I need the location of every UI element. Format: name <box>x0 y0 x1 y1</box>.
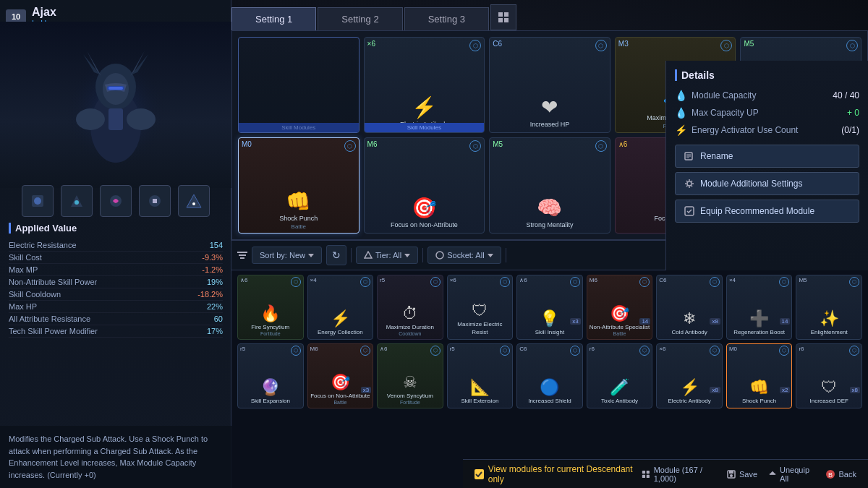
available-module-card[interactable]: r5⬡🔮Skill Expansion <box>237 343 304 408</box>
stat-value: 22% <box>207 302 223 311</box>
main-area: Skill Modules×6⬡Skill Modules⚡Electric A… <box>231 30 868 488</box>
available-module-card[interactable]: r5⬡📐Skill Extension <box>447 343 514 408</box>
module-label: Increased HP <box>529 121 571 129</box>
available-module-card[interactable]: M6⬡14🎯Non-Attribute SpecialistBattle <box>587 275 653 340</box>
svg-point-4 <box>76 108 105 130</box>
back-btn[interactable]: B Back <box>825 469 856 479</box>
available-module-card[interactable]: r6⬡🧪Toxic Antibody <box>587 343 653 408</box>
tier-filter[interactable]: Tier: All <box>356 247 418 264</box>
equipped-module-slot[interactable]: M0⬡👊Shock PunchBattle <box>238 137 359 234</box>
svg-marker-39 <box>770 471 775 474</box>
svg-rect-22 <box>239 254 246 256</box>
skill-icon-3[interactable] <box>100 185 132 217</box>
avail-module-label: Maximize Duration <box>386 324 434 331</box>
avail-module-label: Skill Extension <box>461 398 498 405</box>
avail-module-icon: ⚡ <box>680 378 699 397</box>
module-capacity-row: 💧 Module Capacity 40 / 40 <box>675 90 859 101</box>
avail-module-icon: ➕ <box>749 309 769 328</box>
avail-module-icon: 🎯 <box>331 373 350 392</box>
equipped-module-slot[interactable]: Skill Modules <box>238 37 359 133</box>
descendant-filter-checkbox[interactable] <box>475 469 484 479</box>
refresh-btn[interactable]: ↻ <box>326 245 346 265</box>
available-module-card[interactable]: M6⬡x3🎯Focus on Non-AttributeBattle <box>307 343 374 408</box>
avail-module-icon: 🛡 <box>472 301 488 320</box>
available-module-card[interactable]: ∧6⬡x3💡Skill Insight <box>516 275 583 340</box>
avail-module-label: Maximize Electric Resist <box>449 321 511 336</box>
rename-icon <box>684 151 694 161</box>
tab-setting3[interactable]: Setting 3 <box>404 7 489 30</box>
avail-module-icon: 💡 <box>540 309 559 328</box>
available-module-card[interactable]: C6⬡x8❄Cold Antibody <box>656 275 723 340</box>
available-module-card[interactable]: M0⬡x2👊Shock Punch <box>726 343 793 408</box>
avail-module-icon: ⏱ <box>402 304 418 323</box>
character-name: Ajax <box>32 6 56 19</box>
settings-icon <box>684 179 694 189</box>
tabs-bar: Setting 1 Setting 2 Setting 3 <box>231 0 868 30</box>
available-module-card[interactable]: ∧6⬡☠Venom SyncytiumFortitude <box>377 343 443 408</box>
equipped-module-slot[interactable]: M6⬡🎯Focus on Non-Attribute <box>364 137 485 234</box>
stat-label: Skill Cost <box>9 253 42 262</box>
available-module-card[interactable]: ×4⬡⚡Energy Collection <box>307 275 374 340</box>
svg-point-27 <box>436 252 443 259</box>
skill-icon-2[interactable] <box>61 185 93 217</box>
stat-value: 17% <box>207 327 223 335</box>
sort-filter[interactable]: Sort by: New <box>252 247 322 264</box>
avail-module-label: Enlightenment <box>811 329 848 336</box>
avail-module-label: Toxic Antibody <box>601 398 638 405</box>
tab-setting2[interactable]: Setting 2 <box>318 7 402 30</box>
stat-row: Tech Skill Power Modifier17% <box>9 325 223 338</box>
avail-module-label: Skill Expansion <box>251 398 290 405</box>
stat-value: 19% <box>207 278 223 286</box>
available-module-card[interactable]: ×4⬡14➕Regeneration Boost <box>726 275 793 340</box>
equip-recommended-btn[interactable]: Equip Recommended Module <box>675 200 859 223</box>
svg-point-16 <box>192 202 195 205</box>
avail-module-icon: 🛡 <box>821 378 837 397</box>
available-module-card[interactable]: ×6⬡x8⚡Electric Antibody <box>656 343 723 408</box>
stat-row: Max MP-1.2% <box>9 264 223 276</box>
left-panel: 10 Ajax In Use <box>0 0 231 488</box>
module-icon: ⚡ <box>412 95 437 119</box>
svg-marker-25 <box>365 252 372 258</box>
module-icon: 👊 <box>286 189 311 213</box>
available-module-card[interactable]: M5⬡✨Enlightenment <box>796 275 862 340</box>
svg-rect-23 <box>240 257 244 259</box>
available-module-card[interactable]: ∧6⬡🔥Fire SyncytiumFortitude <box>237 275 304 340</box>
available-module-card[interactable]: ×6⬡🛡Maximize Electric Resist <box>447 275 514 340</box>
available-module-card[interactable]: r6⬡x8🛡Increased DEF <box>796 343 862 408</box>
sort-icon-btn[interactable] <box>237 250 247 260</box>
skill-icon-4[interactable] <box>139 185 171 217</box>
available-module-card[interactable]: C6⬡🔵Increased Shield <box>516 343 583 408</box>
skill-icon-1[interactable] <box>22 185 54 217</box>
descendant-filter-label[interactable]: View modules for current Descendant only <box>475 464 636 484</box>
details-panel: Details 💧 Module Capacity 40 / 40 💧 Max … <box>665 61 868 270</box>
svg-rect-33 <box>642 474 645 477</box>
available-module-card[interactable]: r5⬡⏱Maximize DurationCooldown <box>377 275 443 340</box>
stat-row: Skill Cost-9.3% <box>9 252 223 264</box>
skill-icon-5[interactable] <box>178 185 210 217</box>
module-settings-btn[interactable]: Module Additional Settings <box>675 172 859 195</box>
module-icon: 🧠 <box>537 196 562 220</box>
svg-rect-19 <box>498 18 503 22</box>
filter-sep-1 <box>351 248 352 262</box>
save-btn[interactable]: Save <box>727 470 757 479</box>
stat-label: Non-Attribute Skill Power <box>9 278 97 286</box>
unequip-all-btn[interactable]: Unequip All <box>769 466 814 483</box>
svg-rect-20 <box>504 18 509 22</box>
tab-setting1[interactable]: Setting 1 <box>231 7 316 30</box>
equipped-module-slot[interactable]: C6⬡❤Increased HP <box>489 37 610 133</box>
tab-grid-btn[interactable] <box>490 4 516 30</box>
svg-rect-31 <box>642 470 645 473</box>
equip-icon <box>684 206 694 216</box>
socket-filter[interactable]: Socket: All <box>427 247 501 264</box>
avail-module-category: Battle <box>333 400 346 405</box>
stat-value: -1.2% <box>202 265 223 274</box>
equipped-module-slot[interactable]: M5⬡🧠Strong Mentality <box>489 137 610 234</box>
avail-module-icon: 🔮 <box>260 378 280 397</box>
back-icon: B <box>825 469 835 479</box>
avail-module-label: Focus on Non-Attribute <box>310 393 370 400</box>
rename-btn[interactable]: Rename <box>675 145 859 168</box>
svg-rect-32 <box>647 470 650 473</box>
stat-value: -9.3% <box>202 253 223 262</box>
equipped-module-slot[interactable]: ×6⬡Skill Modules⚡Electric Antibody <box>364 37 485 133</box>
bottom-right-actions: Module (167 / 1,000) Save Unequip All B … <box>642 466 856 483</box>
